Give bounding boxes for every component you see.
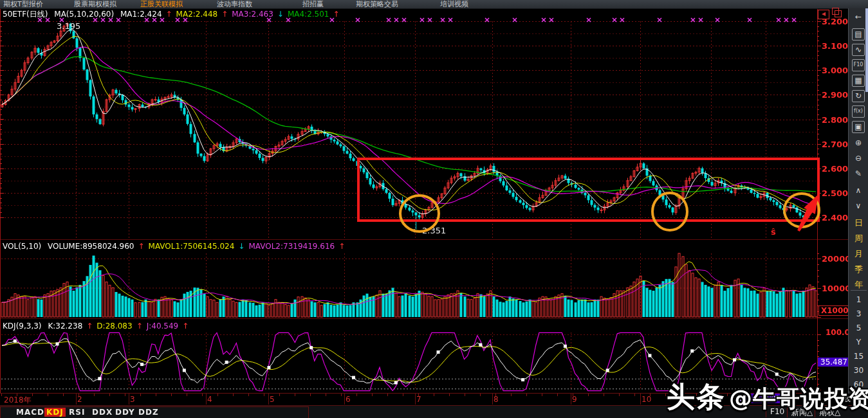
up-arrow-icon: ↑ [166,10,172,19]
price-axis-label: 2.400 [822,213,847,223]
up-arrow-icon: ↑ [138,242,145,251]
up-arrow-icon: ↑ [86,322,93,331]
sidebar-minute-30[interactable]: 30 [849,366,868,375]
kdj-title: KDJ(9,3,3) [3,322,42,331]
f10-info-icon[interactable]: F10 [852,59,865,71]
menu-item-4[interactable]: 招招赢 [302,0,324,8]
volume-axis-label: 10000 [822,284,847,293]
x-axis-month-2: 2 [77,395,82,404]
tab-ddy[interactable]: DDY [115,408,135,417]
tab-ddz[interactable]: DDZ [138,408,159,417]
x-axis-month-5: 5 [270,395,275,404]
paint-icon[interactable]: ▣ [852,121,865,133]
windows-cascade-icon2[interactable] [832,8,839,15]
up-arrow-icon: ↑ [221,10,228,19]
x-axis-month-2018年: 2018年 [4,395,32,406]
up-arrow-icon: ↑ [136,322,143,331]
x-axis-month-7: 7 [416,395,421,404]
sidebar-period-周[interactable]: 周 [849,233,868,244]
ma-params-label: MA(5,10,20,60) [54,10,114,19]
indicator-value-0: VOLUME:8958024.960 [48,242,134,251]
sidebar-minute-5[interactable]: 5 [849,323,868,332]
high-price-note: 3.195 [57,21,80,31]
up-arrow-icon: ↑ [182,322,189,331]
indicator-value-2: J:40.549 [147,322,179,331]
sidebar-minute-Y[interactable]: Y [849,338,868,347]
watermark: 头条 @牛哥说投资 [667,378,868,416]
price-axis-label: 3.000 [822,66,847,75]
draw-pencil-icon[interactable]: ✎ [852,168,865,179]
indicator-value-1: MA2:2.448 [176,10,218,19]
price-axis-label: 3.100 [822,41,847,51]
indicator-value-1: MAVOL1:7506145.024 [149,242,235,251]
x-axis-month-3: 3 [130,395,135,404]
tab-kdj[interactable]: KDJ [44,408,66,417]
zoom-out-icon[interactable]: ⊖ [852,153,865,164]
menu-item-5[interactable]: 期权策略交易 [356,0,398,8]
x-axis-month-10: 10 [642,395,651,404]
menu-item-2[interactable]: 正股关联模拟 [140,0,183,8]
kdj-100-label: 100.0 [826,328,850,337]
up-arrow-icon: ↑ [338,242,345,251]
back-arrow-icon[interactable]: ← [852,12,865,23]
sidebar-scrollbar[interactable] [865,8,868,92]
sidebar-minute-15[interactable]: 15 [849,352,868,361]
volume-pane-header: VOL(5,10) VOLUME:8958024.960↑MAVOL1:7506… [3,241,353,251]
low-price-note: ← 2.351 [412,226,446,235]
chart-title: 50ETF(日线) [3,10,48,19]
indicator-value-1: D:28.083 [97,322,132,331]
chevron-down-icon[interactable]: ∨ [852,201,865,212]
indicator-value-0: K:32.238 [48,322,82,331]
indicator-tabs-box: MACDKDJRSIDDXDDYDDZ [0,406,309,418]
volume-unit-label: X1000 [818,305,851,316]
x-axis-month-4: 4 [207,395,212,404]
sidebar-period-季[interactable]: 季 [849,264,868,275]
main-chart-header: 50ETF(日线) MA(5,10,20,60) MA1:2.424↑MA2:2… [3,9,347,19]
volume-title: VOL(5,10) [3,242,41,251]
app-window: 期权T型报价股票期权模拟正股关联模拟波动率指数招招赢期权策略交易培训视频 50E… [0,0,868,418]
sidebar-period-月[interactable]: 月 [849,248,868,260]
volume-axis-label: 20000 [822,254,847,264]
collapse-panel-icon[interactable]: ◀ [818,10,829,19]
event-s-marker: ŝ [771,227,776,237]
x-axis-month-6: 6 [346,395,351,404]
sidebar-divider [851,290,867,291]
chevron-up-icon[interactable]: ∧ [852,185,865,196]
indicator-value-2: MAVOL2:7319419.616 [248,242,335,251]
zoom-in-icon[interactable]: ⊕ [852,138,865,149]
x-axis-month-8: 8 [494,395,499,404]
indicator-value-0: MA1:2.424 [120,10,162,19]
sidebar-minute-3[interactable]: 3 [849,309,868,318]
watermark-handle: @牛哥说投资 [729,385,868,412]
menu-item-1[interactable]: 股票期权模拟 [74,0,116,8]
watermark-brand: 头条 [667,380,726,413]
sidebar-period-日[interactable]: 日 [849,217,868,229]
tab-rsi[interactable]: RSI [69,408,85,417]
indicator-value-2: MA3:2.463 [232,10,273,19]
x-axis-month-9: 9 [572,395,577,404]
price-axis-label: 2.700 [822,140,847,149]
quote-list-icon[interactable]: ▤ [852,28,865,41]
menu-item-0[interactable]: 期权T型报价 [3,0,43,8]
menu-item-6[interactable]: 培训视频 [440,0,468,8]
down-arrow-icon: ↓ [238,242,245,251]
indicator-value-3: MA4:2.501 [288,10,329,19]
down-arrow-icon: ↓ [277,10,284,19]
formula-fx-icon[interactable]: f(x) [852,105,865,118]
sidebar-period-年[interactable]: 年 [849,279,868,291]
price-axis-label: 2.900 [822,90,847,100]
kdj-value-tag: 35.487 [818,358,850,367]
chart-canvas[interactable] [0,0,868,418]
up-arrow-icon: ↑ [333,10,339,19]
price-axis-label: 2.500 [822,188,847,198]
refresh-icon[interactable]: ↻ [852,90,865,102]
trend-chart-icon[interactable]: ∿ [852,44,865,56]
menu-item-3[interactable]: 波动率指数 [217,0,252,8]
price-axis-label: 2.800 [822,115,847,125]
price-axis-label: 2.600 [822,164,847,174]
tab-ddx[interactable]: DDX [92,408,113,417]
sidebar-minute-1[interactable]: 1 [849,295,868,304]
list-add-icon[interactable]: ▦ [852,75,865,87]
kdj-pane-header: KDJ(9,3,3) K:32.238↑D:28.083↑J:40.549↑ [3,321,196,331]
tab-macd[interactable]: MACD [16,408,44,417]
